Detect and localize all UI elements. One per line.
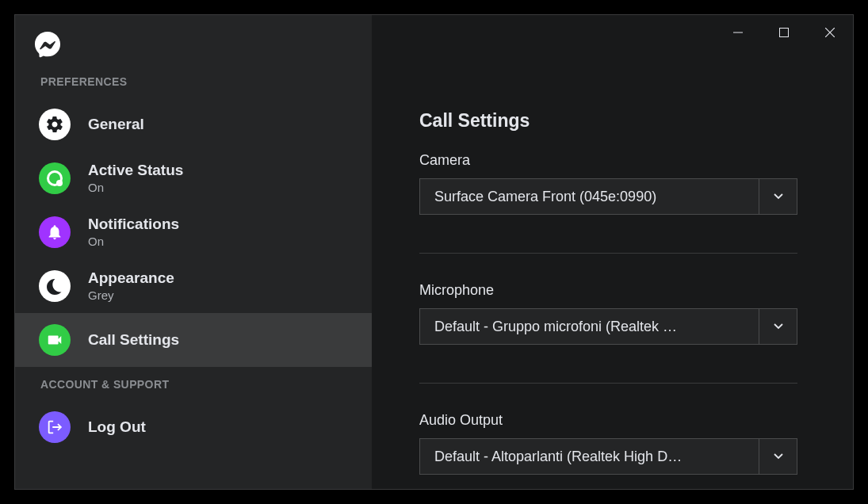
microphone-value: Default - Gruppo microfoni (Realtek … [420, 319, 759, 335]
chevron-down-icon [759, 309, 797, 344]
nav-sublabel: Grey [88, 288, 174, 304]
sidebar-item-appearance[interactable]: Appearance Grey [15, 259, 372, 313]
audio-output-field: Audio Output Default - Altoparlanti (Rea… [419, 412, 797, 475]
nav-label: Active Status [88, 162, 183, 180]
camera-select[interactable]: Surface Camera Front (045e:0990) [419, 178, 797, 215]
svg-rect-3 [733, 32, 743, 33]
sidebar-item-general[interactable]: General [15, 97, 372, 151]
divider [419, 253, 797, 254]
camera-field: Camera Surface Camera Front (045e:0990) [419, 152, 797, 215]
audio-output-label: Audio Output [419, 412, 797, 429]
sidebar-item-active-status[interactable]: Active Status On [15, 151, 372, 205]
messenger-logo-icon [34, 31, 372, 58]
moon-icon [39, 270, 71, 302]
camera-label: Camera [419, 152, 797, 169]
preferences-window: PREFERENCES General Active Status On [14, 14, 854, 490]
nav-sublabel: On [88, 234, 179, 250]
microphone-field: Microphone Default - Gruppo microfoni (R… [419, 282, 797, 345]
maximize-button[interactable] [761, 15, 807, 50]
logout-icon [39, 411, 71, 443]
page-title: Call Settings [419, 110, 797, 132]
nav-label: Appearance [88, 269, 174, 288]
svg-point-2 [56, 180, 63, 186]
section-header-account: ACCOUNT & SUPPORT [15, 367, 372, 400]
chevron-down-icon [759, 179, 797, 214]
microphone-select[interactable]: Default - Gruppo microfoni (Realtek … [419, 308, 797, 345]
microphone-label: Microphone [419, 282, 797, 299]
main-panel: Call Settings Camera Surface Camera Fron… [372, 15, 853, 489]
sidebar-item-log-out[interactable]: Log Out [15, 400, 372, 454]
close-button[interactable] [807, 15, 853, 50]
nav-label: General [88, 116, 144, 134]
chevron-down-icon [759, 439, 797, 474]
status-dot-icon [39, 162, 71, 194]
audio-output-select[interactable]: Default - Altoparlanti (Realtek High D… [419, 438, 797, 475]
nav-label: Log Out [88, 418, 146, 437]
bell-icon [39, 216, 71, 248]
sidebar: PREFERENCES General Active Status On [15, 15, 372, 489]
gear-icon [39, 109, 71, 140]
divider [419, 383, 797, 384]
nav-sublabel: On [88, 180, 183, 196]
audio-output-value: Default - Altoparlanti (Realtek High D… [420, 449, 759, 465]
sidebar-item-call-settings[interactable]: Call Settings [15, 313, 372, 367]
sidebar-item-notifications[interactable]: Notifications On [15, 205, 372, 259]
window-controls [715, 15, 853, 50]
video-icon [39, 324, 71, 356]
nav-label: Call Settings [88, 331, 179, 349]
nav-label: Notifications [88, 216, 179, 234]
section-header-preferences: PREFERENCES [15, 75, 372, 97]
camera-value: Surface Camera Front (045e:0990) [420, 189, 759, 205]
minimize-button[interactable] [715, 15, 761, 50]
svg-rect-4 [780, 29, 789, 37]
